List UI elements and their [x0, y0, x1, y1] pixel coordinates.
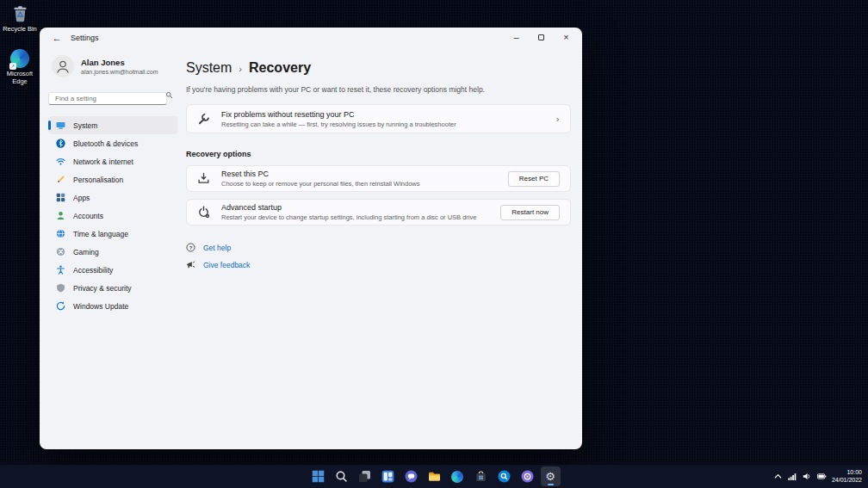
sidebar-item-windows-update[interactable]: Windows Update	[48, 297, 177, 315]
close-button[interactable]: ×	[554, 28, 579, 46]
start-button[interactable]	[308, 466, 328, 486]
page-description: If you're having problems with your PC o…	[186, 85, 571, 94]
gear-icon: ⚙	[545, 471, 555, 482]
chat-icon	[405, 470, 418, 483]
advanced-startup-title: Advanced startup	[221, 203, 476, 212]
edge-browser-button[interactable]	[448, 466, 468, 486]
feedback-icon	[186, 260, 195, 269]
sidebar-item-gaming[interactable]: Gaming	[48, 243, 177, 261]
window-title: Settings	[71, 34, 99, 42]
minimize-icon: –	[513, 32, 518, 42]
sidebar-item-time-language[interactable]: Time & language	[48, 225, 177, 243]
give-feedback-link[interactable]: Give feedback	[186, 260, 250, 269]
clock-date: 24/01/2022	[832, 477, 862, 485]
desktop-icon-label: Recycle Bin	[0, 26, 40, 34]
titlebar[interactable]: ← Settings – ×	[40, 28, 582, 48]
get-help-link[interactable]: ? Get help	[186, 243, 231, 252]
advanced-startup-subtitle: Restart your device to change startup se…	[221, 213, 476, 221]
troubleshooter-card[interactable]: Fix problems without resetting your PC R…	[186, 104, 571, 133]
widgets-icon	[381, 470, 394, 483]
taskbar: ⚙ 10:00 24/01/2	[0, 465, 868, 488]
sidebar-item-accounts[interactable]: Accounts	[48, 207, 177, 225]
settings-window: ← Settings – ×	[40, 28, 582, 449]
close-icon: ×	[563, 32, 568, 42]
sidebar-item-label: Accounts	[73, 212, 103, 220]
screen: Recycle Bin ↗ Microsoft Edge ← Settings …	[0, 0, 868, 488]
sidebar-nav: System Bluetooth & devices Network	[48, 116, 177, 315]
edge-icon	[451, 471, 463, 483]
recovery-page: System › Recovery If you're having probl…	[186, 60, 571, 269]
settings-app-button[interactable]: ⚙	[541, 466, 561, 486]
sidebar-item-bluetooth-devices[interactable]: Bluetooth & devices	[48, 134, 177, 152]
update-arrows-icon	[56, 301, 65, 311]
clock-time: 10:00	[832, 469, 862, 477]
apps-grid-icon	[56, 193, 65, 202]
taskbar-search-button[interactable]	[332, 466, 351, 486]
desktop-icon-recycle-bin[interactable]: Recycle Bin	[0, 4, 40, 34]
breadcrumb: System › Recovery	[186, 60, 571, 76]
network-signal-icon[interactable]	[788, 472, 797, 481]
page-title: Recovery	[249, 60, 311, 76]
person-icon	[56, 211, 65, 220]
purple-app-icon	[521, 470, 534, 483]
sidebar-item-network-internet[interactable]: Network & internet	[48, 152, 177, 170]
widgets-button[interactable]	[378, 466, 398, 486]
reset-pc-row: Reset this PC Choose to keep or remove y…	[186, 165, 571, 192]
chat-button[interactable]	[401, 466, 421, 486]
advanced-startup-row: Advanced startup Restart your device to …	[186, 199, 571, 225]
reset-pc-subtitle: Choose to keep or remove your personal f…	[221, 180, 420, 188]
sidebar-item-personalisation[interactable]: Personalisation	[48, 170, 177, 188]
settings-search	[48, 89, 177, 105]
settings-sidebar: Alan Jones alan.jones.wm@hotmail.com	[48, 55, 177, 315]
volume-icon[interactable]	[803, 472, 812, 481]
restart-now-button[interactable]: Restart now	[500, 205, 560, 220]
desktop-icon-label: Microsoft Edge	[0, 71, 40, 85]
battery-icon[interactable]	[817, 472, 827, 481]
paintbrush-icon	[56, 175, 65, 184]
file-explorer-button[interactable]	[425, 466, 444, 486]
account-profile[interactable]: Alan Jones alan.jones.wm@hotmail.com	[48, 55, 177, 77]
search-input[interactable]	[48, 92, 167, 105]
minimize-button[interactable]: –	[504, 28, 529, 46]
power-gear-icon	[197, 206, 210, 219]
bluetooth-icon	[56, 139, 65, 148]
microsoft-store-button[interactable]	[471, 466, 491, 486]
task-view-icon	[358, 470, 371, 483]
file-explorer-icon	[428, 470, 441, 483]
maximize-button[interactable]	[529, 28, 554, 46]
system-icon	[56, 120, 65, 130]
shield-icon	[56, 283, 65, 293]
tray-chevron-up-icon[interactable]	[773, 472, 783, 481]
profile-email: alan.jones.wm@hotmail.com	[81, 69, 158, 75]
reset-pc-title: Reset this PC	[221, 170, 420, 178]
sidebar-item-label: Bluetooth & devices	[73, 139, 138, 148]
search-icon	[335, 470, 348, 483]
reset-pc-button[interactable]: Reset PC	[508, 171, 560, 187]
sidebar-item-label: Privacy & security	[73, 284, 132, 293]
purple-app-button[interactable]	[518, 466, 537, 486]
task-view-button[interactable]	[355, 466, 375, 486]
system-tray: 10:00 24/01/2022	[773, 465, 864, 488]
get-help-label: Get help	[203, 244, 231, 252]
globe-clock-icon	[56, 229, 65, 238]
edge-icon: ↗	[10, 49, 30, 69]
sidebar-item-label: Windows Update	[73, 302, 128, 311]
back-arrow-icon: ←	[53, 33, 62, 43]
sidebar-item-label: Time & language	[73, 230, 128, 238]
taskbar-clock[interactable]: 10:00 24/01/2022	[832, 469, 864, 484]
profile-name: Alan Jones	[81, 58, 158, 67]
sidebar-item-label: Network & internet	[73, 158, 133, 166]
desktop-icon-microsoft-edge[interactable]: ↗ Microsoft Edge	[0, 49, 40, 85]
sidebar-item-label: Personalisation	[73, 176, 123, 184]
back-button[interactable]: ←	[50, 31, 64, 45]
search-app-button[interactable]	[494, 466, 514, 486]
chevron-right-icon: ›	[556, 114, 560, 125]
breadcrumb-system[interactable]: System	[186, 60, 232, 76]
sidebar-item-label: Gaming	[73, 248, 99, 256]
accessibility-icon	[56, 265, 65, 275]
sidebar-item-accessibility[interactable]: Accessibility	[48, 261, 177, 279]
sidebar-item-apps[interactable]: Apps	[48, 188, 177, 207]
sidebar-item-label: Accessibility	[73, 266, 113, 275]
sidebar-item-privacy-security[interactable]: Privacy & security	[48, 279, 177, 297]
sidebar-item-system[interactable]: System	[48, 116, 177, 134]
